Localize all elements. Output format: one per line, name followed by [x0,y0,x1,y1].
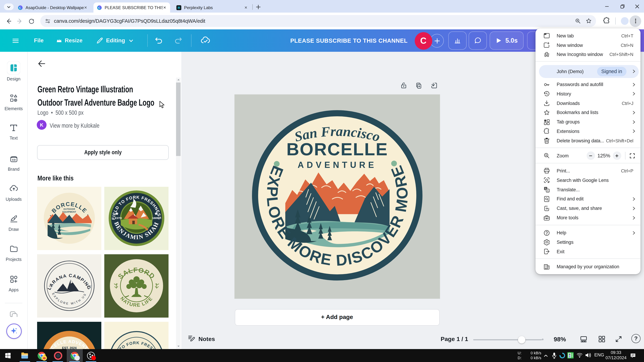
svg-text:BORCELLE: BORCELLE [286,139,388,159]
svg-text:C: C [19,6,21,9]
svg-text:EQUIPMENT: EQUIPMENT [62,211,76,213]
svg-text:OUTDOOR: OUTDOOR [64,208,75,210]
svg-text:co: co [12,158,16,161]
svg-text:C: C [98,6,100,9]
svg-text:1885: 1885 [152,217,158,219]
svg-text:ADVENTURE: ADVENTURE [298,160,377,170]
svg-text:A: A [547,189,548,192]
svg-text:ESTD: ESTD [115,217,122,219]
svg-text:EST.: EST. [49,285,53,287]
svg-text:1987: 1987 [87,285,91,287]
svg-text:EST. 2024: EST. 2024 [62,346,76,349]
